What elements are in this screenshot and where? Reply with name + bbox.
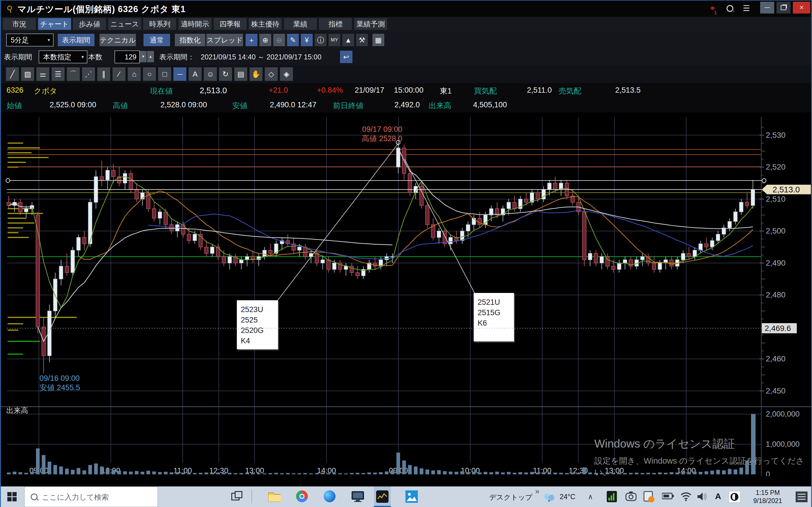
tray-chevron-icon[interactable]: ∧: [588, 493, 593, 501]
icon-stamp-tool[interactable]: ☺: [204, 67, 217, 81]
tab-11[interactable]: 業績予測: [354, 18, 387, 30]
close-button[interactable]: ×: [793, 2, 810, 13]
ray-lines-tool[interactable]: ∕: [112, 67, 125, 81]
tab-9[interactable]: 業績: [284, 18, 317, 30]
eraser-tool[interactable]: ◇: [265, 67, 278, 81]
reset-period-button[interactable]: ↩: [340, 51, 352, 63]
move-drawing-tool[interactable]: ✋: [250, 67, 262, 81]
link-icon[interactable]: ⚭1: [706, 3, 719, 14]
volume-bar: [571, 473, 574, 474]
toolbar-button-3[interactable]: 通常: [144, 34, 170, 46]
candle-up: [716, 234, 720, 241]
volume-bar: [367, 472, 371, 474]
zoom-in-icon[interactable]: ⊕: [259, 34, 271, 46]
ime-mode-icon[interactable]: A: [715, 492, 721, 501]
tray-led-app-icon[interactable]: [607, 491, 620, 504]
candle-up: [239, 260, 243, 263]
tab-8[interactable]: 株主優待: [249, 18, 282, 30]
candle-up: [507, 202, 511, 209]
tray-volume-icon[interactable]: [697, 492, 710, 504]
volume-bar: [30, 472, 34, 474]
price-volume-chart[interactable]: 09:0010:0011:0012:3013:0014:0009:0010:00…: [0, 113, 812, 476]
crosshair-icon[interactable]: ＋: [246, 34, 257, 46]
tray-camera-icon[interactable]: [625, 492, 638, 504]
toolbar-overflow-icon[interactable]: »: [535, 487, 539, 496]
tab-5[interactable]: 時系列: [143, 18, 176, 30]
copy-drawing-tool[interactable]: ▤: [234, 67, 247, 81]
taskbar-search-input[interactable]: ここに入力して検索: [24, 487, 158, 507]
horizontal-line-tool[interactable]: ─: [173, 67, 186, 81]
count-decrease-button[interactable]: ▼: [140, 51, 147, 62]
desktop-toolbar-label[interactable]: デスクトップ: [489, 493, 532, 502]
pencil-icon[interactable]: ✎: [287, 34, 299, 46]
print-icon[interactable]: ▦: [372, 34, 384, 46]
vertical-lines-tool[interactable]: ∥: [97, 67, 110, 81]
period-mode-select[interactable]: 本数指定▼: [39, 50, 87, 63]
pin-icon[interactable]: ⚲: [6, 3, 14, 14]
task-view-button[interactable]: [231, 490, 244, 503]
chrome-button[interactable]: [296, 490, 309, 503]
bar-count-input[interactable]: 129: [114, 50, 140, 63]
minimize-button[interactable]: ─: [760, 2, 774, 13]
edge-button[interactable]: [324, 490, 337, 503]
info-icon[interactable]: ⓘ: [315, 34, 326, 46]
volume-bar: [280, 473, 284, 474]
start-button[interactable]: [0, 487, 24, 507]
y-axis-label: 2,490: [766, 259, 785, 267]
tab-1[interactable]: 市況: [3, 18, 36, 30]
menu-icon[interactable]: ☰: [740, 3, 753, 14]
tab-3[interactable]: 歩み値: [73, 18, 106, 30]
text-tool[interactable]: A: [189, 67, 202, 81]
weather-icon[interactable]: [543, 492, 556, 504]
volume-bar: [303, 473, 307, 474]
volume-bar: [234, 473, 238, 474]
fibonacci-arc-tool[interactable]: ⌒: [67, 67, 80, 81]
pentagon-tool[interactable]: ⌂: [128, 67, 141, 81]
tray-wifi-icon[interactable]: [680, 492, 693, 504]
parallel-lines-tool[interactable]: ▨: [21, 67, 34, 81]
two-horizontal-lines-tool[interactable]: ⚌: [36, 67, 49, 81]
search-icon[interactable]: [723, 3, 735, 14]
toolbar-button-1[interactable]: 表示期間: [58, 34, 94, 46]
area-chart-icon[interactable]: ▲: [342, 34, 354, 46]
fan-lines-tool[interactable]: ⋰: [82, 67, 95, 81]
toolbar-button-4[interactable]: 指数化: [175, 34, 205, 46]
volume-bar: [379, 472, 383, 474]
erase-all-tool[interactable]: ◈: [280, 67, 293, 81]
yen-icon[interactable]: ¥: [301, 34, 313, 46]
tab-7[interactable]: 四季報: [214, 18, 247, 30]
quote2-item-4: 2,528.0 09:00: [160, 101, 207, 109]
interval-select[interactable]: 5分足▼: [6, 34, 54, 47]
candle-down: [513, 202, 516, 209]
tab-6[interactable]: 適時開示: [179, 18, 211, 30]
candle-down: [100, 177, 103, 180]
action-center-icon[interactable]: [796, 492, 808, 502]
three-horizontal-lines-tool[interactable]: ☰: [52, 67, 64, 81]
tray-battery-icon[interactable]: [662, 492, 675, 505]
taskbar-clock[interactable]: 1:15 PM 9/18/2021: [749, 489, 786, 505]
tab-10[interactable]: 指標: [319, 18, 352, 30]
toolbar-button-5[interactable]: スプレッド: [206, 34, 243, 46]
volume-bar: [158, 472, 162, 474]
marketspeed-app-button-active[interactable]: [374, 487, 391, 507]
time-marker-tool[interactable]: ↻: [219, 67, 232, 81]
candle-up: [158, 212, 162, 218]
tab-4[interactable]: ニュース: [108, 18, 141, 30]
wrench-icon[interactable]: ⚒: [356, 34, 368, 46]
restore-button[interactable]: [776, 2, 791, 13]
ellipse-tool[interactable]: ○: [143, 67, 156, 81]
ime-language-icon[interactable]: [728, 491, 742, 504]
photos-button[interactable]: [405, 490, 418, 503]
tab-2[interactable]: チャート: [38, 18, 71, 30]
count-increase-button[interactable]: ▲: [147, 51, 154, 62]
toolbar-button-2[interactable]: テクニカル: [100, 34, 136, 46]
my-chart-icon[interactable]: MY: [328, 34, 340, 46]
zoom-out-icon[interactable]: ⊖: [273, 34, 285, 46]
tray-sync-app-icon[interactable]: [644, 491, 656, 504]
trend-line-tool[interactable]: ╱: [6, 67, 19, 81]
file-explorer-button[interactable]: [268, 490, 281, 503]
rectangle-tool[interactable]: □: [158, 67, 171, 81]
remote-desktop-button[interactable]: [351, 490, 364, 503]
volume-bar: [7, 473, 11, 474]
temperature-label[interactable]: 24°C: [560, 493, 575, 501]
